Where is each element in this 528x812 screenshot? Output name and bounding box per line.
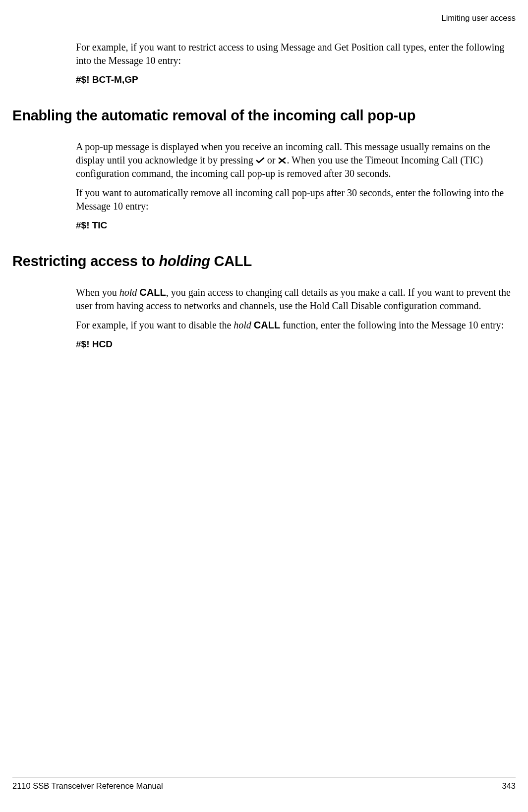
cross-icon	[278, 157, 287, 164]
check-icon	[256, 157, 265, 164]
section1-paragraph1: A pop-up message is displayed when you r…	[76, 140, 516, 180]
intro-command: #$! BCT-M,GP	[76, 73, 516, 86]
intro-block: For example, if you want to restrict acc…	[76, 41, 516, 86]
intro-paragraph: For example, if you want to restrict acc…	[76, 41, 516, 67]
page-header: Limiting user access	[12, 12, 516, 23]
section1-command: #$! TIC	[76, 219, 516, 232]
section1-paragraph2: If you want to automatically remove all …	[76, 186, 516, 213]
section2-paragraph2: For example, if you want to disable the …	[76, 319, 516, 332]
header-section: Limiting user access	[442, 13, 516, 22]
section2-command: #$! HCD	[76, 338, 516, 351]
section2-block: When you hold CALL, you gain access to c…	[76, 286, 516, 351]
heading-restricting-access: Restricting access to holding CALL	[12, 252, 516, 271]
section2-paragraph1: When you hold CALL, you gain access to c…	[76, 286, 516, 313]
footer-page-number: 343	[502, 780, 516, 791]
section1-block: A pop-up message is displayed when you r…	[76, 140, 516, 232]
page-footer: 2110 SSB Transceiver Reference Manual 34…	[12, 777, 516, 791]
footer-manual-title: 2110 SSB Transceiver Reference Manual	[12, 780, 163, 791]
heading-auto-removal: Enabling the automatic removal of the in…	[12, 106, 516, 125]
